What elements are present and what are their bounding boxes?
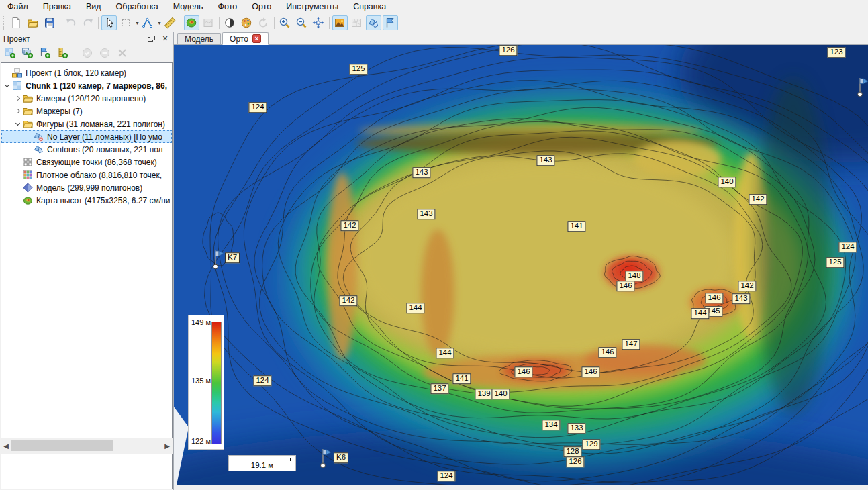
scroll-right-icon[interactable]: ▶	[162, 440, 173, 451]
update-view-button	[256, 15, 271, 30]
open-project-button[interactable]	[25, 15, 40, 30]
tree-item-chunk1[interactable]: Chunk 1 (120 камер, 7 маркеров, 86,	[1, 79, 172, 92]
elevation-label: 124	[437, 471, 455, 481]
add-marker-button[interactable]	[37, 46, 53, 60]
view-tab-bar: МодельОрто×	[174, 32, 868, 45]
menu-item-ortho[interactable]: Орто	[244, 0, 279, 14]
expander-icon[interactable]	[14, 109, 23, 113]
expander-icon[interactable]	[3, 85, 12, 87]
scrollbar-track[interactable]	[11, 440, 162, 451]
toolbar-separator	[98, 17, 99, 29]
show-orthophotos-button[interactable]	[332, 15, 348, 30]
chunk-icon	[12, 81, 23, 91]
window-content: Проект ✕ Проект (1 блок, 120 камер)Chunk…	[0, 32, 868, 490]
dem-orthophoto	[174, 45, 868, 485]
tab-close-icon[interactable]: ×	[252, 34, 261, 43]
fit-view-button[interactable]	[311, 15, 326, 30]
ortho-view[interactable]: 1261231251241431431401421431421411241251…	[174, 45, 868, 485]
toolbar-separator	[181, 17, 181, 29]
marker-label-k7: K7	[225, 252, 240, 263]
tree-item-shapes[interactable]: Фигуры (31 ломаная, 221 полигон)	[1, 117, 172, 130]
marker-k6[interactable]	[320, 448, 332, 468]
dem-icon	[23, 195, 34, 205]
dem-shaded-view-button[interactable]	[184, 15, 199, 30]
close-panel-icon[interactable]: ✕	[160, 34, 170, 44]
ortho-gray-view-button	[201, 15, 216, 30]
expander-icon[interactable]	[14, 124, 23, 125]
brightness-contrast-button[interactable]	[222, 15, 238, 30]
toolbar-grip	[3, 16, 6, 30]
marker-edge[interactable]	[857, 77, 868, 97]
elevation-label: 141	[452, 373, 471, 384]
toolbar-separator	[329, 17, 330, 29]
menu-item-file[interactable]: Файл	[0, 0, 36, 14]
tree-item-label: Проект (1 блок, 120 камер)	[26, 68, 126, 78]
tab-model[interactable]: Модель	[177, 33, 221, 44]
menu-item-tools[interactable]: Инструменты	[279, 0, 346, 14]
redo-button	[80, 15, 95, 30]
elevation-label: 129	[582, 439, 600, 450]
draw-polyline-dropdown-icon[interactable]: ▼	[157, 21, 162, 26]
new-document-button[interactable]	[8, 15, 23, 30]
add-chunk-button[interactable]	[2, 46, 18, 60]
elevation-legend: 149 м 135 м 122 м	[188, 315, 224, 450]
rect-selection-button[interactable]	[118, 15, 134, 30]
tree-item-label: Фигуры (31 ломаная, 221 полигон)	[36, 119, 165, 129]
tree-item-markers[interactable]: Маркеры (7)	[1, 105, 172, 117]
elevation-label: 125	[349, 64, 367, 75]
menu-item-help[interactable]: Справка	[346, 0, 393, 14]
zoom-in-button[interactable]	[277, 15, 293, 30]
elevation-label: 124	[248, 102, 267, 113]
save-project-button[interactable]	[42, 15, 57, 30]
expander-icon[interactable]	[14, 97, 23, 100]
scroll-left-icon[interactable]: ◀	[1, 440, 11, 451]
draw-polyline-button[interactable]	[140, 15, 156, 30]
menu-item-edit[interactable]: Правка	[36, 0, 79, 14]
tree-item-cameras[interactable]: Камеры (120/120 выровнено)	[1, 92, 172, 105]
add-scalebar-button[interactable]	[54, 46, 70, 60]
palette-button[interactable]	[239, 15, 254, 30]
elevation-label: 144	[406, 303, 424, 313]
show-seamlines-button	[349, 15, 365, 30]
rect-selection-dropdown-icon[interactable]: ▼	[135, 21, 140, 26]
tree-item-dem[interactable]: Карта высот (4175x3258, 6.27 см/пи	[1, 194, 172, 207]
legend-mid-label: 135 м	[191, 377, 211, 385]
tree-item-dense-cloud[interactable]: Плотное облако (8,816,810 точек,	[1, 168, 172, 181]
elevation-label: 146	[598, 347, 616, 358]
elevation-label: 142	[340, 220, 358, 231]
menu-item-workflow[interactable]: Обработка	[109, 0, 166, 14]
horizontal-scrollbar[interactable]: ◀ ▶	[1, 440, 173, 452]
marker-k7[interactable]	[213, 249, 225, 269]
elevation-label: 133	[567, 423, 585, 434]
menu-item-view[interactable]: Вид	[79, 0, 109, 14]
legend-min-label: 122 м	[191, 437, 211, 445]
menu-item-model[interactable]: Модель	[166, 0, 211, 14]
zoom-out-button[interactable]	[294, 15, 309, 30]
add-photos-button[interactable]	[19, 46, 36, 60]
accept-button	[79, 46, 95, 60]
tree-item-model[interactable]: Модель (299,999 полигонов)	[1, 181, 172, 194]
legend-max-label: 149 м	[191, 318, 211, 326]
elevation-label: 128	[563, 446, 581, 457]
menu-item-photo[interactable]: Фото	[211, 0, 245, 14]
elevation-label: 125	[826, 257, 844, 268]
model-icon	[23, 183, 34, 193]
elevation-label: 134	[542, 420, 560, 430]
show-markers-button[interactable]	[383, 15, 398, 30]
tree-item-no-layer[interactable]: No Layer (11 ломаных) [По умо	[1, 130, 172, 143]
elevation-label: 140	[718, 177, 736, 187]
tree-item-tie-points[interactable]: Связующие точки (86,368 точек)	[1, 156, 172, 168]
show-shapes-button[interactable]	[366, 15, 381, 30]
toolbar-separator	[60, 17, 60, 29]
tree-item-project[interactable]: Проект (1 блок, 120 камер)	[1, 66, 172, 79]
tab-ortho[interactable]: Орто×	[222, 32, 269, 45]
ruler-button[interactable]	[162, 15, 178, 30]
shapes-icon	[34, 144, 44, 154]
select-arrow-button[interactable]	[101, 15, 117, 30]
scrollbar-thumb[interactable]	[11, 440, 113, 451]
float-panel-icon[interactable]	[146, 34, 156, 44]
elevation-label: 137	[430, 383, 448, 394]
elevation-label: 139	[475, 389, 493, 399]
tree-item-label: Contours (20 ломаных, 221 пол	[47, 145, 163, 154]
tree-item-contours[interactable]: Contours (20 ломаных, 221 пол	[1, 143, 172, 156]
